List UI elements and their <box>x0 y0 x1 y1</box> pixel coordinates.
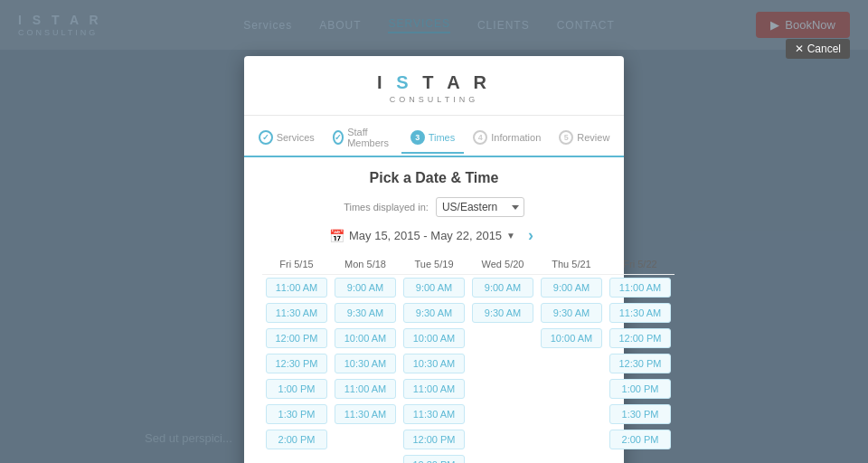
time-slot-button[interactable]: 2:00 PM <box>609 430 671 449</box>
time-slot-button[interactable]: 1:00 PM <box>609 379 671 399</box>
step-num-4: 4 <box>473 130 487 145</box>
time-slot-button[interactable]: 12:00 PM <box>403 430 465 449</box>
modal-logo: I S T A R <box>262 72 606 93</box>
time-slot-button[interactable]: 9:00 AM <box>541 278 602 298</box>
step-staff[interactable]: ✓ Staff Members <box>324 127 401 156</box>
step-num-1: ✓ <box>259 130 273 145</box>
time-slot-button[interactable]: 9:00 AM <box>335 278 396 298</box>
table-cell: 9:00 AM <box>400 275 468 301</box>
time-slot-button[interactable]: 11:30 AM <box>403 404 465 424</box>
booking-modal: I S T A R CONSULTING ✓ Services ✓ Staff … <box>244 56 624 463</box>
table-cell <box>262 452 331 463</box>
table-cell: 1:30 PM <box>606 402 675 427</box>
table-cell <box>537 452 606 463</box>
table-cell: 9:30 AM <box>537 300 606 326</box>
table-cell <box>537 402 606 427</box>
table-cell: 10:30 AM <box>400 351 468 376</box>
table-cell: 2:00 PM <box>262 427 331 452</box>
next-week-button[interactable]: › <box>523 226 539 245</box>
col-header-fri515: Fri 5/15 <box>262 254 331 275</box>
cancel-icon: ✕ <box>795 43 804 55</box>
calendar-icon: 📅 <box>329 229 344 243</box>
table-cell <box>537 351 606 376</box>
time-slot-button[interactable]: 11:00 AM <box>266 278 327 298</box>
time-slot-button[interactable]: 11:00 AM <box>335 379 396 399</box>
time-slot-button[interactable]: 11:00 AM <box>609 278 671 298</box>
time-slot-button[interactable]: 10:30 AM <box>335 354 396 373</box>
table-cell: 9:00 AM <box>537 275 606 301</box>
table-row: 2:00 PM12:00 PM2:00 PM <box>262 427 675 452</box>
table-cell: 11:30 AM <box>331 402 400 427</box>
table-cell <box>331 452 400 463</box>
time-slot-button[interactable]: 12:30 PM <box>403 455 465 463</box>
time-slot-button[interactable]: 10:00 AM <box>335 328 396 348</box>
col-header-tue519: Tue 5/19 <box>400 254 468 275</box>
step-review[interactable]: 5 Review <box>550 130 618 152</box>
time-slot-button[interactable]: 9:30 AM <box>541 303 602 323</box>
table-row: 1:30 PM11:30 AM11:30 AM1:30 PM <box>262 402 675 427</box>
table-cell: 1:30 PM <box>262 402 331 427</box>
time-slot-button[interactable]: 11:30 AM <box>609 303 671 323</box>
table-cell <box>468 402 537 427</box>
table-row: 11:00 AM9:00 AM9:00 AM9:00 AM9:00 AM11:0… <box>262 275 675 301</box>
time-slot-button[interactable]: 1:30 PM <box>609 404 671 424</box>
timezone-select[interactable]: US/Eastern US/Central US/Mountain US/Pac… <box>436 197 524 217</box>
table-cell: 11:30 AM <box>606 300 675 326</box>
table-cell <box>468 427 537 452</box>
time-slot-button[interactable]: 12:30 PM <box>609 354 671 373</box>
modal-logo-sub: CONSULTING <box>262 95 606 104</box>
table-cell: 10:00 AM <box>400 326 468 351</box>
time-slot-button[interactable]: 9:30 AM <box>335 303 396 323</box>
schedule-table: Fri 5/15 Mon 5/18 Tue 5/19 Wed 5/20 Thu … <box>262 254 675 463</box>
col-header-fri522: Fri 5/22 <box>606 254 675 275</box>
time-slot-button[interactable]: 11:00 AM <box>403 379 465 399</box>
time-slot-button[interactable]: 9:00 AM <box>403 278 465 298</box>
table-cell: 1:00 PM <box>262 376 331 402</box>
table-cell: 9:30 AM <box>468 300 537 326</box>
booking-steps: ✓ Services ✓ Staff Members 3 Times 4 Inf… <box>244 116 624 157</box>
time-slot-button[interactable]: 12:00 PM <box>266 328 327 348</box>
time-slot-button[interactable]: 10:30 AM <box>403 354 465 373</box>
time-slot-button[interactable]: 9:00 AM <box>472 278 533 298</box>
table-cell: 11:00 AM <box>262 275 331 301</box>
time-slot-button[interactable]: 11:30 AM <box>335 404 396 424</box>
step-services[interactable]: ✓ Services <box>250 130 324 152</box>
date-range-text: 📅 May 15, 2015 - May 22, 2015 ▼ <box>329 229 515 243</box>
table-cell <box>537 427 606 452</box>
time-slot-button[interactable]: 1:30 PM <box>266 404 327 424</box>
timezone-label: Times displayed in: <box>344 202 429 213</box>
step-information[interactable]: 4 Information <box>464 130 550 152</box>
table-cell <box>537 376 606 402</box>
time-slot-button[interactable]: 9:30 AM <box>403 303 465 323</box>
step-times[interactable]: 3 Times <box>401 130 465 154</box>
table-cell: 10:00 AM <box>537 326 606 351</box>
time-slot-button[interactable]: 9:30 AM <box>472 303 533 323</box>
table-cell: 1:00 PM <box>606 376 675 402</box>
time-slot-button[interactable]: 1:00 PM <box>266 379 327 399</box>
table-cell <box>468 351 537 376</box>
table-cell: 12:30 PM <box>606 351 675 376</box>
cancel-button[interactable]: ✕ Cancel <box>786 39 850 59</box>
step-label-staff: Staff Members <box>347 127 392 148</box>
step-num-5: 5 <box>559 130 573 145</box>
time-slot-button[interactable]: 12:30 PM <box>266 354 327 373</box>
date-dropdown-icon[interactable]: ▼ <box>506 231 515 241</box>
time-slot-button[interactable]: 11:30 AM <box>266 303 327 323</box>
modal-header: I S T A R CONSULTING <box>244 56 624 116</box>
step-label-information: Information <box>491 132 541 143</box>
col-header-thu521: Thu 5/21 <box>537 254 606 275</box>
time-slot-button[interactable]: 12:00 PM <box>609 328 671 348</box>
table-row: 12:30 PM <box>262 452 675 463</box>
table-cell: 12:00 PM <box>262 326 331 351</box>
table-cell: 9:00 AM <box>331 275 400 301</box>
time-slot-button[interactable]: 10:00 AM <box>541 328 602 348</box>
modal-body: Pick a Date & Time Times displayed in: U… <box>244 157 624 463</box>
table-cell: 12:00 PM <box>606 326 675 351</box>
table-cell: 12:30 PM <box>262 351 331 376</box>
timezone-row: Times displayed in: US/Eastern US/Centra… <box>262 197 606 217</box>
step-label-times: Times <box>429 132 456 143</box>
time-slot-button[interactable]: 2:00 PM <box>266 430 327 449</box>
time-slot-button[interactable]: 10:00 AM <box>403 328 465 348</box>
table-row: 12:30 PM10:30 AM10:30 AM12:30 PM <box>262 351 675 376</box>
table-row: 11:30 AM9:30 AM9:30 AM9:30 AM9:30 AM11:3… <box>262 300 675 326</box>
